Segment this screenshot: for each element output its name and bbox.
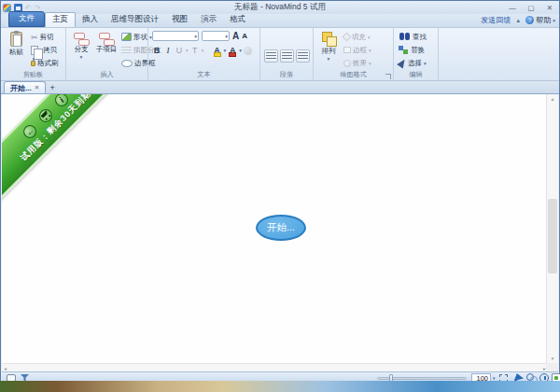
- titlebar: ↶ ↷ 无标题 - NovaMind 5 试用 — ▢ ✕: [1, 1, 559, 14]
- subtopic-icon: [99, 32, 114, 44]
- find-button[interactable]: 查找: [398, 31, 427, 43]
- shape-effects-button: 效果 ▾: [343, 57, 372, 69]
- align-center-icon: [282, 52, 292, 60]
- tab-present[interactable]: 演示: [194, 13, 223, 27]
- chevron-down-icon: ▾: [239, 48, 242, 53]
- document-tab-active[interactable]: 开始... ✕: [4, 81, 46, 93]
- branch-button[interactable]: 分支 ▾: [70, 31, 92, 71]
- scroll-down-icon[interactable]: ▼: [551, 354, 555, 363]
- window-title: 无标题 - NovaMind 5 试用: [1, 2, 559, 13]
- group-label-insert: 插入: [66, 70, 147, 79]
- file-menu-button[interactable]: 文件: [8, 11, 45, 27]
- align-left-icon: [266, 52, 276, 60]
- tab-view[interactable]: 视图: [165, 13, 194, 27]
- tab-format[interactable]: 格式: [223, 13, 252, 27]
- group-drawing-format: 排列 ▾ 填充 ▾ 边框 ▾ 效果 ▾: [314, 28, 394, 80]
- tab-insert[interactable]: 插入: [76, 13, 105, 27]
- collapse-ribbon-icon[interactable]: ▲: [515, 18, 521, 23]
- replace-icon: [399, 46, 409, 54]
- italic-button[interactable]: I: [163, 45, 173, 56]
- app-window: ↶ ↷ 无标题 - NovaMind 5 试用 — ▢ ✕ 文件 主页 插入 思…: [0, 0, 560, 383]
- font-family-select[interactable]: ▾: [152, 31, 199, 41]
- group-label-edit: 编辑: [394, 70, 438, 79]
- send-feedback-link[interactable]: 发送回馈: [481, 15, 511, 25]
- minimize-button[interactable]: —: [503, 2, 522, 14]
- desktop-background: [0, 381, 560, 392]
- align-center-button[interactable]: [280, 49, 294, 63]
- vertical-scroll-track[interactable]: [547, 104, 558, 354]
- arrange-button[interactable]: 排列 ▾: [317, 31, 340, 71]
- scroll-left-icon[interactable]: ◂: [4, 365, 7, 371]
- chevron-down-icon: ▾: [224, 48, 227, 53]
- copy-button[interactable]: 拷贝: [30, 44, 60, 56]
- central-topic[interactable]: 开始...: [256, 215, 306, 241]
- branch-icon: [74, 32, 89, 44]
- font-color-button[interactable]: A: [228, 46, 237, 55]
- chevron-down-icon: ▾: [369, 61, 371, 66]
- scroll-up-icon[interactable]: ▲: [551, 94, 555, 104]
- subtopic-button[interactable]: 子项目: [95, 31, 118, 71]
- cut-icon: ✂: [31, 33, 38, 42]
- format-painter-button[interactable]: 格式刷: [30, 57, 60, 69]
- help-menu[interactable]: ? 帮助 ▾: [525, 15, 555, 25]
- copy-icon: [31, 46, 38, 55]
- effects-icon: [343, 60, 351, 67]
- window-controls: — ▢ ✕: [503, 2, 559, 14]
- chevron-down-icon: ▾: [225, 34, 228, 39]
- shrink-font-button[interactable]: A: [242, 32, 247, 41]
- maximize-button[interactable]: ▢: [522, 2, 540, 14]
- chevron-down-icon: ▾: [202, 48, 204, 53]
- vertical-scrollbar[interactable]: ▲ ▼: [546, 94, 558, 363]
- hyperlink-icon: [244, 47, 252, 55]
- shape-border-button: 边框 ▾: [343, 44, 372, 56]
- group-label-text: 文本: [148, 70, 259, 79]
- tab-close-icon[interactable]: ✕: [35, 84, 39, 91]
- cut-button[interactable]: ✂ 剪切: [30, 31, 60, 43]
- group-paragraph: 段落: [260, 28, 314, 80]
- close-button[interactable]: ✕: [540, 2, 559, 14]
- tab-home[interactable]: 主页: [45, 12, 76, 27]
- arrange-icon: [322, 32, 336, 46]
- select-icon: [397, 58, 408, 69]
- tab-mindmap-design[interactable]: 思维导图设计: [105, 13, 165, 27]
- select-button[interactable]: 选择 ▾: [398, 57, 427, 69]
- bold-button[interactable]: B: [152, 45, 161, 56]
- chevron-down-icon: ▾: [369, 48, 371, 53]
- fill-icon: [343, 33, 352, 42]
- group-text: ▾ ▾ A A B I U ▾ T ▾ A ▾ A ▾ 文本: [148, 28, 260, 80]
- chevron-down-icon: ▾: [553, 18, 555, 23]
- vertical-scroll-thumb[interactable]: [548, 199, 557, 273]
- scrollbar-corner: [546, 363, 558, 371]
- chevron-down-icon: ▾: [424, 61, 427, 66]
- grow-font-button[interactable]: A: [232, 32, 239, 41]
- highlight-color-button[interactable]: A: [213, 46, 222, 55]
- help-icon: ?: [525, 16, 534, 24]
- replace-button[interactable]: 替换: [398, 44, 427, 56]
- horizontal-scrollbar[interactable]: ◂ ▸: [2, 363, 548, 371]
- document-tab-label: 开始...: [10, 83, 32, 93]
- boundary-icon: [121, 60, 133, 67]
- paste-button[interactable]: 粘贴: [5, 31, 27, 71]
- new-tab-button[interactable]: +: [46, 82, 59, 93]
- find-icon: [399, 33, 411, 41]
- group-label-clipboard: 剪贴板: [1, 70, 65, 79]
- ribbon-tab-bar: 文件 主页 插入 思维导图设计 视图 演示 格式 发送回馈 ▲ ? 帮助 ▾: [1, 14, 559, 28]
- group-label-paragraph: 段落: [260, 70, 313, 79]
- strikethrough-button: T: [190, 45, 200, 56]
- align-right-button[interactable]: [296, 49, 310, 63]
- border-icon: [343, 47, 351, 53]
- shape-fill-button: 填充 ▾: [343, 31, 372, 43]
- align-right-icon: [298, 52, 308, 60]
- font-size-select[interactable]: ▾: [202, 31, 230, 41]
- group-edit: 查找 替换 选择 ▾ 编辑: [394, 28, 439, 80]
- map-canvas[interactable]: ← i 试用版：剩余30天到期 开始... ▲ ▼: [2, 94, 558, 363]
- chevron-down-icon: ▾: [328, 56, 330, 62]
- trial-banner: ← i 试用版：剩余30天到期: [2, 94, 144, 214]
- group-label-drawing-format: 绘图格式: [314, 70, 393, 79]
- ribbon: 粘贴 ✂ 剪切 拷贝 格式刷 剪贴板 分支: [1, 28, 559, 81]
- callout-branch-icon: [121, 47, 132, 54]
- shape-icon: [121, 33, 132, 41]
- paste-icon: [10, 32, 22, 47]
- zoom-slider[interactable]: [377, 377, 467, 380]
- align-left-button[interactable]: [264, 49, 278, 63]
